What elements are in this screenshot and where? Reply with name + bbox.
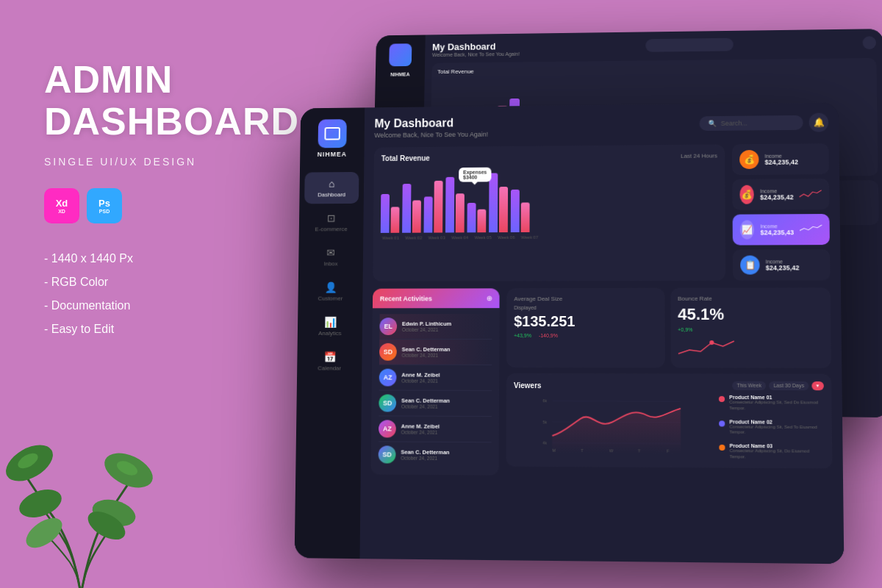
legend-dot-2: [719, 420, 725, 426]
feature-item: Documentation: [44, 294, 279, 318]
badge-ps: Ps PSD: [87, 188, 122, 223]
bar-income: [511, 190, 520, 232]
chart-labels: Week 01 Week 02 Week 03 Week 04 Week 05 …: [381, 234, 718, 240]
activity-item-3: AZ Anne M. Zeibel October 24, 2021: [379, 365, 492, 391]
bar-group-2: [402, 184, 421, 233]
legend-area: Product Name 01 Consectetur Adipiscing S…: [719, 395, 825, 461]
svg-text:M: M: [552, 448, 556, 453]
bar-expense: [434, 181, 442, 233]
chart-label: Week 05: [473, 235, 493, 240]
activity-info-6: Sean C. Detterman October 24, 2021: [401, 449, 449, 461]
bar-group-4: [445, 177, 465, 233]
bar-income: [402, 184, 411, 233]
income-icon-4: 📋: [740, 255, 760, 274]
legend-dot-1: [719, 396, 725, 402]
inbox-icon: ✉: [326, 247, 335, 259]
income-card-3: 📈 Income $24,235,43: [733, 214, 830, 245]
calendar-icon: 📅: [323, 351, 336, 363]
legend-item-3: Product Name 03 Consectetur Adipiscing S…: [719, 443, 825, 461]
legend-text-1: Product Name 01 Consectetur Adipiscing S…: [729, 395, 824, 412]
main-title: ADMIN DASHBOARD: [44, 59, 279, 143]
svg-text:4k: 4k: [542, 440, 547, 445]
line-chart-area: 6k 5k 4k: [514, 394, 712, 454]
activity-item-1: EL Edwin P. Linthicum October 24, 2021: [379, 314, 492, 340]
feature-item: 1440 x 1440 Px: [44, 247, 279, 270]
plant-decoration: [0, 397, 176, 588]
svg-text:6k: 6k: [542, 398, 547, 403]
income-icon-3: 📈: [740, 220, 755, 240]
avatar-5: AZ: [379, 420, 396, 437]
stats-section: Average Deal Size Displayed $135.251 +43…: [506, 287, 832, 477]
expense-tooltip: Expenses$3400: [459, 168, 491, 182]
activity-info-2: Sean C. Detterman October 24, 2021: [402, 346, 451, 358]
tab-last-30-days[interactable]: Last 30 Days: [769, 381, 808, 390]
stats-top: Average Deal Size Displayed $135.251 +43…: [506, 287, 831, 368]
notification-button[interactable]: 🔔: [809, 113, 829, 132]
dashboard-icon: ⌂: [329, 178, 334, 190]
dashboard: NIHMEA ⌂ Dashboard ⊡ E-commerce ✉ Inbox: [295, 103, 845, 564]
avatar-4: SD: [379, 394, 396, 412]
bounce-rate-label: Bounce Rate: [678, 295, 823, 302]
mini-chart-2: [800, 187, 822, 201]
viewers-title: Viewers: [514, 381, 542, 389]
viewers-tabs: This Week Last 30 Days ▾: [732, 381, 824, 390]
nav-item-ecommerce[interactable]: ⊡ E-commerce: [304, 207, 358, 238]
bar-group-3: [424, 181, 443, 233]
mockup-area: NIHMEA My Dashboard Welcome Back, Nice T…: [294, 29, 882, 559]
nav-item-dashboard[interactable]: ⌂ Dashboard: [304, 172, 359, 204]
viewers-header: Viewers This Week Last 30 Days ▾: [514, 381, 824, 390]
nav-item-calendar[interactable]: 📅 Calendar: [302, 345, 357, 378]
nav-item-customer[interactable]: 👤 Customer: [303, 276, 358, 307]
chart-label: Week 03: [426, 235, 447, 240]
activities-header: Recent Activities ⊕: [373, 288, 500, 308]
bounce-rate-card: Bounce Rate 45.1% +0,9%: [670, 287, 831, 368]
income-text-4: Income $24,235,42: [766, 259, 800, 271]
svg-line-12: [552, 401, 680, 402]
sidebar-nav: ⌂ Dashboard ⊡ E-commerce ✉ Inbox 👤 Custo…: [297, 172, 364, 378]
svg-point-8: [709, 340, 714, 345]
chart-label: Week 01: [381, 236, 401, 240]
tab-dropdown[interactable]: ▾: [811, 381, 824, 390]
main-content: My Dashboard Welcome Back, Nice To See Y…: [360, 103, 845, 564]
bar-expense: [499, 187, 508, 232]
avg-deal-label: Average Deal Size: [514, 295, 656, 302]
search-bar[interactable]: 🔍 Search...: [700, 115, 803, 131]
bar-expense: [521, 202, 530, 232]
nav-item-analytics[interactable]: 📊 Analytics: [303, 310, 358, 343]
bar-income: [489, 173, 498, 232]
chart-label: Week 04: [450, 235, 470, 240]
income-text-3: Income $24,235,43: [760, 223, 794, 236]
bottom-row: Recent Activities ⊕ EL Edwin P. Linthicu…: [371, 287, 833, 477]
bar-expense: [412, 200, 421, 232]
avatar-1: EL: [379, 318, 397, 335]
bar-income: [381, 194, 390, 233]
bar-group-6: [489, 173, 508, 232]
income-text-2: Income $24,235,42: [760, 188, 794, 201]
page-subtitle: Welcome Back, Nice To See You Again!: [374, 131, 488, 139]
activities-card: Recent Activities ⊕ EL Edwin P. Linthicu…: [371, 288, 500, 475]
avg-deal-card: Average Deal Size Displayed $135.251 +43…: [506, 288, 664, 368]
avg-deal-value: $135.251: [514, 313, 657, 330]
nav-item-inbox[interactable]: ✉ Inbox: [304, 241, 359, 273]
analytics-icon: 📊: [324, 316, 337, 328]
activity-item-2: SD Sean C. Detterman October 24, 2021: [379, 340, 492, 365]
svg-text:T: T: [581, 448, 584, 453]
avg-deal-change: +43,9% -140,9%: [514, 333, 657, 338]
tablet-front: NIHMEA ⌂ Dashboard ⊡ E-commerce ✉ Inbox: [295, 103, 845, 564]
badge-xd: Xd XD: [44, 188, 79, 223]
bar-chart: Expenses$3400: [381, 165, 718, 233]
legend-text-2: Product Name 02 Consectetur Adipiscing S…: [729, 419, 824, 437]
header-right: 🔍 Search... 🔔: [700, 113, 829, 133]
activity-item-5: AZ Anne M. Zeibel October 24, 2021: [379, 416, 492, 442]
header-title-group: My Dashboard Welcome Back, Nice To See Y…: [374, 116, 488, 139]
left-panel: ADMIN DASHBOARD SINGLE UI/UX DESIGN Xd X…: [44, 59, 279, 341]
income-card-4: 📋 Income $24,235,42: [733, 249, 831, 281]
chart-label: Week 02: [404, 236, 424, 240]
revenue-card: Total Revenue Last 24 Hours Expenses$340…: [373, 144, 725, 281]
revenue-card-header: Total Revenue Last 24 Hours: [381, 151, 717, 162]
charts-row: Total Revenue Last 24 Hours Expenses$340…: [373, 143, 830, 282]
tab-this-week[interactable]: This Week: [732, 381, 766, 390]
income-card-1: 💰 Income $24,235,42: [732, 143, 829, 175]
avatar-2: SD: [379, 343, 397, 361]
bar-income: [445, 177, 454, 233]
